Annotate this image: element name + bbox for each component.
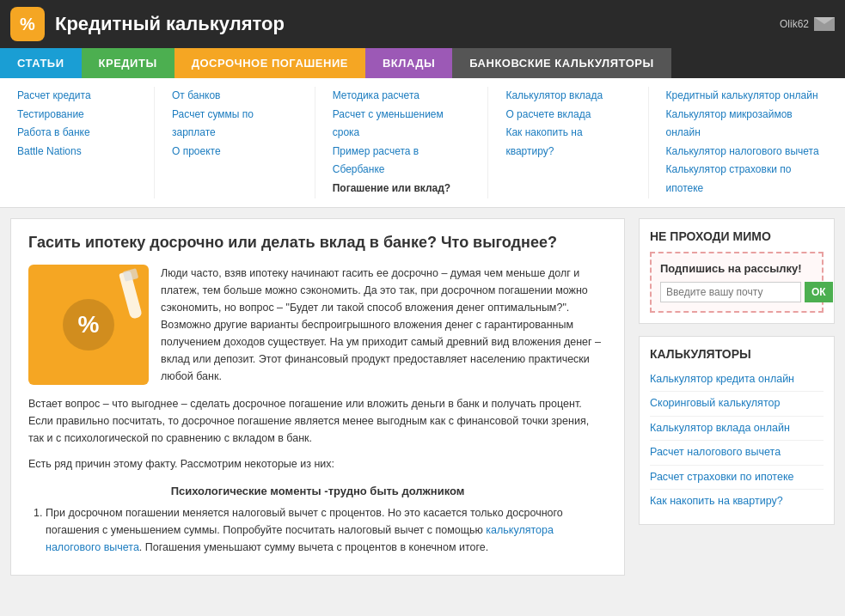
link-metodika[interactable]: Методика расчета xyxy=(333,87,471,106)
link-nakopyt-kvartiru[interactable]: Как накопить на квартиру? xyxy=(505,124,630,161)
newsletter-submit-button[interactable]: ОК xyxy=(805,282,833,302)
link-sberbank[interactable]: Пример расчета в Сбербанке xyxy=(333,143,471,180)
link-raschet-kredita[interactable]: Расчет кредита xyxy=(17,87,137,106)
link-nalogovyi-vychet[interactable]: Калькулятор налогового вычета xyxy=(666,143,828,162)
article-intro-text: Люди часто, взяв ипотеку начинают гасить… xyxy=(161,265,607,385)
nav-item-vklady[interactable]: ВКЛАДЫ xyxy=(365,48,452,78)
section-title: Психологические моменты -трудно быть дол… xyxy=(28,485,607,497)
sidebar-calculators: КАЛЬКУЛЯТОРЫ Калькулятор кредита онлайн … xyxy=(639,336,835,525)
calculator-links-list: Калькулятор кредита онлайн Скоринговый к… xyxy=(650,369,824,514)
app-icon-text: % xyxy=(20,15,35,34)
article-body-2: Есть ряд причин этому факту. Рассмотрим … xyxy=(28,455,607,473)
newsletter-label: Подпишись на рассылку! xyxy=(660,262,813,275)
link-raschet-summy[interactable]: Расчет суммы по зарплате xyxy=(172,106,297,143)
dropdown-col-4: Калькулятор вклада О расчете вклада Как … xyxy=(488,87,648,198)
main-article: Гасить ипотеку досрочно или делать вклад… xyxy=(10,218,625,576)
newsletter-input-row: ОК xyxy=(660,282,813,302)
sidebar-link-vklad-onlayn[interactable]: Калькулятор вклада онлайн xyxy=(650,418,824,442)
newsletter-email-input[interactable] xyxy=(660,282,801,302)
link-mikrozaymy[interactable]: Калькулятор микрозаймов онлайн xyxy=(666,106,828,143)
sidebar: НЕ ПРОХОДИ МИМО Подпишись на рассылку! О… xyxy=(639,218,835,576)
nav-item-dosrochnoe[interactable]: ДОСРОЧНОЕ ПОГАШЕНИЕ xyxy=(175,48,365,78)
link-o-raschete-vklada[interactable]: О расчете вклада xyxy=(505,106,630,125)
dropdown-menu: Расчет кредита Тестирование Работа в бан… xyxy=(0,78,845,208)
nav-item-stati[interactable]: СТАТЬИ xyxy=(0,48,82,78)
link-rabota-v-banke[interactable]: Работа в банке xyxy=(17,124,137,143)
sidebar-newsletter: НЕ ПРОХОДИ МИМО Подпишись на рассылку! О… xyxy=(639,218,835,324)
sidebar-link-nalogovyi[interactable]: Расчет налогового вычета xyxy=(650,442,824,466)
dropdown-col-5: Кредитный калькулятор онлайн Калькулятор… xyxy=(649,87,845,198)
newsletter-section-title: НЕ ПРОХОДИ МИМО xyxy=(650,229,824,243)
list-item-1-text-end: . Погашения уменьшают сумму вычета с про… xyxy=(139,541,488,553)
link-o-proekte[interactable]: О проекте xyxy=(172,143,297,162)
article-image: % xyxy=(28,265,149,385)
newsletter-box: Подпишись на рассылку! ОК xyxy=(650,252,824,313)
calculators-section-title: КАЛЬКУЛЯТОРЫ xyxy=(650,347,824,361)
nav-item-kredity[interactable]: КРЕДИТЫ xyxy=(82,48,175,78)
link-ot-bankov[interactable]: От банков xyxy=(172,87,297,106)
link-kalkulator-vklada[interactable]: Калькулятор вклада xyxy=(505,87,630,106)
dropdown-col-2: От банков Расчет суммы по зарплате О про… xyxy=(155,87,315,198)
link-strakhovka[interactable]: Калькулятор страховки по ипотеке xyxy=(666,161,828,198)
content-wrapper: Гасить ипотеку досрочно или делать вклад… xyxy=(0,208,845,586)
app-title: Кредитный калькулятор xyxy=(55,13,285,35)
nav-item-kalkulatory[interactable]: БАНКОВСКИЕ КАЛЬКУЛЯТОРЫ xyxy=(452,48,670,78)
list-item-1: При досрочном погашении меняется налогов… xyxy=(46,504,607,556)
header-user: Olik62 xyxy=(780,17,835,31)
sidebar-link-strakhovka-ipoteka[interactable]: Расчет страховки по ипотеке xyxy=(650,467,824,491)
article-intro: % Люди часто, взяв ипотеку начинают гаси… xyxy=(28,265,607,385)
dropdown-col-3: Методика расчета Расчет с уменьшением ср… xyxy=(315,87,489,198)
link-raschet-srok[interactable]: Расчет с уменьшением срока xyxy=(333,106,471,143)
header: % Кредитный калькулятор Olik62 xyxy=(0,0,845,48)
sidebar-link-kredit-onlayn[interactable]: Калькулятор кредита онлайн xyxy=(650,369,824,393)
article-body-1: Встает вопрос – что выгоднее – сделать д… xyxy=(28,395,607,447)
link-testirovanie[interactable]: Тестирование xyxy=(17,106,137,125)
article-title: Гасить ипотеку досрочно или делать вклад… xyxy=(28,233,607,253)
link-kreditny-onlayn[interactable]: Кредитный калькулятор онлайн xyxy=(666,87,828,106)
username: Olik62 xyxy=(780,18,809,30)
sidebar-link-skoring[interactable]: Скоринговый калькулятор xyxy=(650,393,824,417)
navigation: СТАТЬИ КРЕДИТЫ ДОСРОЧНОЕ ПОГАШЕНИЕ ВКЛАД… xyxy=(0,48,845,78)
app-icon: % xyxy=(10,7,45,41)
percent-symbol: % xyxy=(78,311,100,338)
mail-icon[interactable] xyxy=(814,17,835,31)
link-battle-nations[interactable]: Battle Nations xyxy=(17,143,137,162)
link-pogashenie-vklad[interactable]: Погашение или вклад? xyxy=(333,180,471,198)
sidebar-link-nakopyt[interactable]: Как накопить на квартиру? xyxy=(650,491,824,514)
dropdown-col-1: Расчет кредита Тестирование Работа в бан… xyxy=(0,87,155,198)
article-list: При досрочном погашении меняется налогов… xyxy=(46,504,607,556)
